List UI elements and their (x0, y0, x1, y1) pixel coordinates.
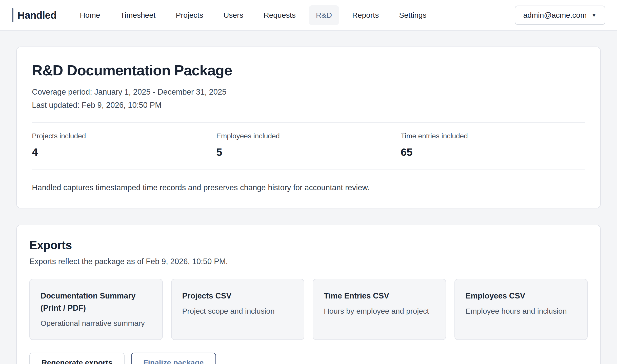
package-stats: Projects included 4 Employees included 5… (32, 123, 585, 169)
divider (32, 169, 585, 169)
export-tile-description: Project scope and inclusion (182, 306, 293, 317)
exports-title: Exports (29, 238, 588, 252)
stat-label: Employees included (216, 132, 401, 140)
package-summary-card: R&D Documentation Package Coverage perio… (16, 47, 601, 208)
main-content: R&D Documentation Package Coverage perio… (0, 31, 617, 364)
last-updated: Last updated: Feb 9, 2026, 10:50 PM (32, 99, 585, 112)
coverage-period: Coverage period: January 1, 2025 - Decem… (32, 86, 585, 98)
chevron-down-icon: ▼ (591, 12, 597, 18)
nav-item-reports[interactable]: Reports (345, 5, 386, 25)
export-tile-description: Employee hours and inclusion (466, 306, 577, 317)
stat-employees-included: Employees included 5 (216, 132, 401, 158)
export-tile-title: Projects CSV (182, 290, 293, 302)
export-tiles: Documentation Summary (Print / PDF) Oper… (29, 279, 588, 340)
package-note: Handled captures timestamped time record… (32, 183, 585, 192)
nav-item-settings[interactable]: Settings (392, 5, 433, 25)
finalize-package-button[interactable]: Finalize package (131, 353, 216, 364)
nav-item-requests[interactable]: Requests (256, 5, 303, 25)
nav-item-timesheet[interactable]: Timesheet (113, 5, 163, 25)
nav-item-users[interactable]: Users (216, 5, 250, 25)
nav-links: Home Timesheet Projects Users Requests R… (73, 5, 433, 25)
export-tile-description: Hours by employee and project (324, 306, 435, 317)
stat-label: Projects included (32, 132, 216, 140)
export-tile-time-entries-csv[interactable]: Time Entries CSV Hours by employee and p… (313, 279, 446, 340)
export-tile-title: Employees CSV (466, 290, 577, 302)
exports-card: Exports Exports reflect the package as o… (16, 225, 601, 364)
account-email: admin@acme.com (523, 11, 587, 19)
page-title: R&D Documentation Package (32, 62, 585, 79)
regenerate-exports-button[interactable]: Regenerate exports (29, 353, 125, 364)
export-tile-projects-csv[interactable]: Projects CSV Project scope and inclusion (171, 279, 305, 340)
brand-bar-icon (12, 8, 13, 22)
nav-item-home[interactable]: Home (73, 5, 107, 25)
export-actions: Regenerate exports Finalize package (29, 353, 588, 364)
nav-item-projects[interactable]: Projects (169, 5, 210, 25)
stat-time-entries-included: Time entries included 65 (401, 132, 585, 158)
stat-value: 5 (216, 146, 401, 158)
stat-value: 4 (32, 146, 216, 158)
account-menu-button[interactable]: admin@acme.com ▼ (515, 6, 605, 25)
export-tile-description: Operational narrative summary (41, 318, 152, 329)
export-tile-title: Documentation Summary (Print / PDF) (41, 290, 152, 314)
brand-logo[interactable]: Handled (12, 8, 56, 22)
top-navigation: Handled Home Timesheet Projects Users Re… (0, 0, 617, 31)
export-tile-employees-csv[interactable]: Employees CSV Employee hours and inclusi… (454, 279, 588, 340)
exports-subtitle: Exports reflect the package as of Feb 9,… (29, 257, 588, 266)
stat-label: Time entries included (401, 132, 585, 140)
stat-value: 65 (401, 146, 585, 158)
nav-item-rnd[interactable]: R&D (309, 5, 339, 25)
export-tile-title: Time Entries CSV (324, 290, 435, 302)
export-tile-documentation-summary[interactable]: Documentation Summary (Print / PDF) Oper… (29, 279, 163, 340)
brand-name: Handled (17, 10, 56, 21)
stat-projects-included: Projects included 4 (32, 132, 216, 158)
